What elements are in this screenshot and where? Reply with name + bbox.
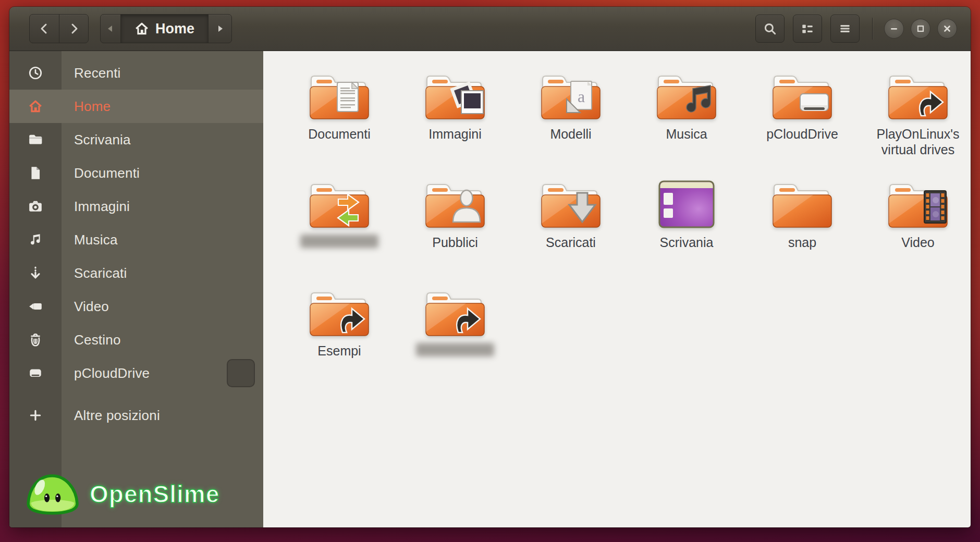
file-hidden[interactable]: [402, 287, 508, 391]
sidebar-item-recenti[interactable]: Recenti: [9, 56, 263, 90]
plus-icon: [9, 408, 62, 423]
cross-icon: [940, 22, 954, 35]
file-playonlinux-s-virtual-drives[interactable]: PlayOnLinux's virtual drives: [865, 70, 971, 174]
folder-icon: [308, 178, 371, 230]
chevron-left-icon: [38, 22, 51, 35]
path-previous-button[interactable]: [101, 15, 120, 43]
folder-icon: [655, 70, 718, 122]
folder-icon: [424, 178, 486, 230]
back-button[interactable]: [30, 15, 59, 43]
file-grid: Documenti Immagini a Modelli Musi: [263, 51, 971, 391]
search-button[interactable]: [755, 15, 785, 43]
file-esempi[interactable]: Esempi: [286, 287, 393, 391]
desktop-icon: [655, 178, 718, 230]
sidebar-item-video[interactable]: Video: [9, 290, 263, 323]
minus-icon: [887, 22, 901, 35]
camera-icon: [9, 199, 62, 214]
file-manager-window: Home: [9, 7, 971, 527]
sidebar-list: Recenti Home Scrivania: [9, 51, 263, 432]
sidebar-item-musica[interactable]: Musica: [9, 223, 263, 256]
home-icon: [9, 99, 62, 114]
maximize[interactable]: [911, 19, 930, 39]
close[interactable]: [937, 19, 957, 39]
magnifier-icon: [763, 21, 777, 36]
document-icon: [9, 166, 62, 180]
file-documenti[interactable]: Documenti: [286, 70, 393, 174]
file-video[interactable]: Video: [865, 178, 971, 282]
file-musica[interactable]: Musica: [633, 70, 740, 174]
download-icon: [9, 266, 62, 280]
drive-icon: [9, 366, 62, 380]
sidebar-item-documenti[interactable]: Documenti: [9, 156, 263, 190]
sidebar-item-scaricati[interactable]: Scaricati: [9, 256, 263, 290]
video-icon: [9, 299, 62, 314]
svg-text:a: a: [578, 87, 585, 106]
folder-icon: [540, 178, 602, 230]
list-view-icon: [800, 21, 815, 36]
watermark-text: OpenSlime: [90, 480, 219, 508]
window-content: Recenti Home Scrivania: [9, 51, 971, 527]
current-location-label: Home: [155, 21, 194, 37]
sidebar-item-home[interactable]: Home: [9, 90, 263, 123]
folder-icon: [308, 70, 371, 122]
home-icon: [134, 21, 149, 36]
folder-icon: [9, 132, 62, 147]
trash-icon: [9, 332, 62, 347]
square-icon: [914, 22, 927, 35]
file-hidden[interactable]: [286, 178, 393, 282]
menu-button[interactable]: [830, 15, 860, 43]
window-controls: [884, 19, 957, 39]
triangle-right-icon: [215, 23, 225, 34]
folder-icon: [887, 70, 949, 122]
folder-icon: [771, 70, 834, 122]
sidebar-item-cestino[interactable]: Cestino: [9, 323, 263, 356]
titlebar-actions: [755, 15, 860, 43]
file-pclouddrive[interactable]: pCloudDrive: [749, 70, 855, 174]
chevron-right-icon: [67, 22, 81, 35]
sidebar-item-scrivania[interactable]: Scrivania: [9, 123, 263, 156]
folder-icon: [424, 287, 486, 339]
file-scrivania[interactable]: Scrivania: [633, 178, 740, 282]
triangle-left-icon: [105, 23, 116, 34]
slime-mascot-icon: [24, 470, 82, 518]
hamburger-icon: [838, 21, 852, 36]
titlebar: Home: [9, 7, 971, 51]
sidebar-item-altre-posizioni[interactable]: Altre posizioni: [9, 399, 263, 432]
forward-button[interactable]: [59, 15, 88, 43]
file-snap[interactable]: snap: [749, 178, 855, 282]
sidebar-item-pclouddrive[interactable]: pCloudDrive: [9, 356, 263, 390]
sidebar: Recenti Home Scrivania: [9, 51, 263, 527]
minimize[interactable]: [884, 19, 904, 39]
file-pubblici[interactable]: Pubblici: [402, 178, 508, 282]
file-modelli[interactable]: a Modelli: [518, 70, 624, 174]
folder-icon: [424, 70, 486, 122]
file-browser-pane: Documenti Immagini a Modelli Musi: [263, 51, 971, 527]
eject-button[interactable]: [227, 359, 255, 387]
clock-icon: [9, 66, 62, 80]
path-next-button[interactable]: [209, 15, 231, 43]
file-immagini[interactable]: Immagini: [402, 70, 508, 174]
view-toggle-button[interactable]: [793, 15, 822, 43]
file-scaricati[interactable]: Scaricati: [518, 178, 624, 282]
nav-button-group: [29, 14, 89, 43]
openslime-watermark: OpenSlime: [24, 470, 219, 518]
titlebar-separator: [872, 18, 873, 40]
sidebar-item-immagini[interactable]: Immagini: [9, 190, 263, 223]
folder-icon: a: [540, 70, 602, 122]
folder-icon: [887, 178, 949, 230]
folder-icon: [308, 287, 371, 339]
music-icon: [9, 232, 62, 247]
path-bar: Home: [100, 14, 232, 43]
path-segment-home[interactable]: Home: [120, 15, 209, 43]
folder-icon: [771, 178, 834, 230]
